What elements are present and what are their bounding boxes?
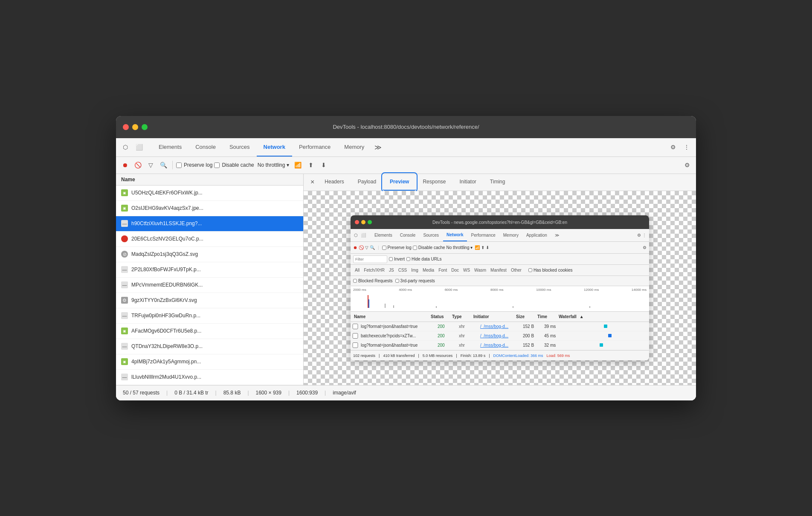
tab-network[interactable]: Network [257,138,292,157]
inner-row-size-2: 200 B [521,333,542,338]
file-name: 4pIMBj7zOAk1y5Agmmoj.pn... [131,359,298,365]
more-tabs-icon[interactable]: ≫ [371,143,385,151]
file-item[interactable]: ▣ AFacMOgv6D0CFTr6U5e8.p... [116,324,303,339]
file-item[interactable]: ⚙ 9gzXiTYY0nZzBxGl6KrV.svg [116,293,303,308]
inner-toolbar: ⏺ 🚫 ▽ 🔍 | Preserve log Disable [351,242,649,254]
download-icon[interactable]: ⬇ [318,159,329,171]
disable-cache-label[interactable]: Disable cache [214,162,254,168]
tab-elements[interactable]: Elements [152,138,188,157]
inner-table-row: log?format=json&hasfast=true 200 xhr /_/… [351,322,649,331]
inner-type-wasm: Wasm [473,268,488,272]
fullscreen-button[interactable] [142,124,148,130]
filter-icon[interactable]: ▽ [145,159,156,171]
upload-icon[interactable]: ⬆ [305,159,316,171]
inner-filter-icon: ▽ [365,245,368,250]
file-item[interactable]: ⊘ MadqZslZpo1sj3qQ3GsZ.svg [116,247,303,262]
inner-up-icon: ⬆ [481,245,484,250]
inner-row-waterfall-3 [564,343,647,348]
inner-type-js: JS [387,268,396,272]
tab-sources[interactable]: Sources [223,138,257,157]
tab-initiator[interactable]: Initiator [453,174,483,191]
page-icon: — [121,220,128,227]
preserve-log-label[interactable]: Preserve log [176,162,212,168]
inner-invert-cb [389,257,393,261]
tab-console[interactable]: Console [188,138,223,157]
inner-type-fetch: Fetch/XHR [362,268,386,272]
minimize-button[interactable] [132,124,138,130]
disable-cache-checkbox[interactable] [214,162,220,168]
inner-preserve-log: Preserve log [382,245,412,250]
file-name: 9gzXiTYY0nZzBxGl6KrV.svg [131,297,298,303]
file-name: MadqZslZpo1sj3qQ3GsZ.svg [131,251,298,257]
tab-timing[interactable]: Timing [483,174,512,191]
file-item[interactable]: — QTDnaY32hLDipeRW8e3O.p... [116,339,303,354]
network-settings-icon[interactable]: ⚙ [682,159,693,171]
inner-tab-application: Application [523,229,551,241]
throttle-select[interactable]: No throttling ▾ [256,161,291,169]
tab-response[interactable]: Response [416,174,452,191]
tab-performance[interactable]: Performance [292,138,337,157]
inner-close [355,220,359,224]
inner-filter-bar: Invert Hide data URLs [351,254,649,265]
inner-third-party: 3rd-party requests [395,278,435,283]
close-button[interactable] [123,124,129,130]
file-item[interactable]: ▣ U5OHzQL4tEKFr6OFlxWK.jp... [116,186,303,201]
inner-waterfall-bar-2 [608,334,612,337]
image-type: image/avif [333,390,356,396]
requests-count: 50 / 57 requests [123,390,160,396]
file-name: QTDnaY32hLDipeRW8e3O.p... [131,343,298,349]
tab-memory[interactable]: Memory [337,138,371,157]
image-ratio: 1600:939 [296,390,318,396]
file-name: h90CtfziXluvh1LSSKJE.png?... [131,220,298,226]
inner-row-time-3: 32 ms [542,343,564,348]
wifi-icon[interactable]: 📶 [293,159,304,171]
clear-button[interactable]: 🚫 [132,159,143,171]
toolbar-right: ⚙ [682,159,693,171]
right-tabs: × Headers Payload Preview Response Initi… [304,174,696,191]
inner-col-type-header: Type [450,314,472,319]
file-item[interactable]: ▣ 4pIMBj7zOAk1y5Agmmoj.pn... [116,354,303,370]
file-name: O2sIJEHG9avKV4aqzSx7.jpe... [131,205,298,211]
close-right-panel-button[interactable]: × [307,178,318,186]
tab-payload[interactable]: Payload [351,174,383,191]
record-button[interactable]: ⏺ [119,159,130,171]
image-icon: ▣ [121,189,128,196]
inner-fullscreen [368,220,372,224]
file-item[interactable]: — lLluvbNlIllrm2Mud4U1Xvvo.p... [116,370,303,385]
inner-down-icon: ⬇ [486,245,489,250]
inner-timeline-bar-gray2 [393,305,394,308]
inner-minimize [361,220,365,224]
transferred-size: 0 B / 31.4 kB tr [174,390,208,396]
cursor-icon[interactable]: ⬡ [119,141,131,153]
inner-col-initiator-header: Initiator [472,314,514,319]
tab-headers[interactable]: Headers [318,174,351,191]
file-name: 20E6CLcSzNV2GELQu7oC.p... [131,236,298,242]
inner-record-icon: ⏺ [353,245,357,250]
file-item[interactable]: — MPcVmmemtEEDURBN6lGK... [116,278,303,293]
file-item-selected[interactable]: — h90CtfziXluvh1LSSKJE.png?... [116,216,303,232]
search-icon[interactable]: 🔍 [158,159,169,171]
tab-preview[interactable]: Preview [383,174,416,191]
preserve-log-checkbox[interactable] [176,162,182,168]
file-item[interactable]: 20E6CLcSzNV2GELQu7oC.p... [116,232,303,247]
inner-hide-data-cb [406,257,410,261]
inner-col-status-header: Status [429,314,450,319]
file-item[interactable]: ▣ O2sIJEHG9avKV4aqzSx7.jpe... [116,201,303,216]
inner-type-all: All [353,268,361,272]
inner-throttle-arrow: ▾ [470,245,473,250]
more-options-icon[interactable]: ⋮ [681,141,693,153]
file-item[interactable]: — 2P2L80XfBoFWJFxU9TpK.p... [116,262,303,278]
file-name: 2P2L80XfBoFWJFxU9TpK.p... [131,267,298,272]
file-item[interactable]: — TRFujw0pi0nHF3GwDuRn.p... [116,308,303,324]
inner-blocked-requests: Blocked Requests [353,278,393,283]
status-bar: 50 / 57 requests | 0 B / 31.4 kB tr | 85… [116,385,696,400]
file-list: ▣ U5OHzQL4tEKFr6OFlxWK.jp... ▣ O2sIJEHG9… [116,186,303,385]
inner-type-ws: WS [461,268,472,272]
devtools-window: DevTools - localhost:8080/docs/devtools/… [116,116,696,400]
inner-wifi-icon: 📶 [475,245,480,250]
title-bar: DevTools - localhost:8080/docs/devtools/… [116,116,696,138]
device-toggle-icon[interactable]: ⬜ [133,141,145,153]
main-area: Name ▣ U5OHzQL4tEKFr6OFlxWK.jp... ▣ O2sI… [116,174,696,385]
settings-icon[interactable]: ⚙ [667,141,679,153]
resource-size: 85.8 kB [223,390,241,396]
